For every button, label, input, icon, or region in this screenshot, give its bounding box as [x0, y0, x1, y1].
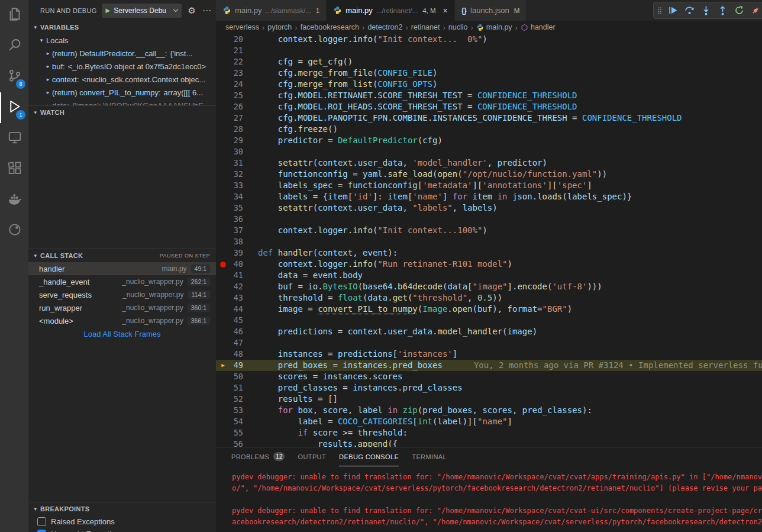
more-actions-icon[interactable]: ⋯	[202, 6, 211, 15]
code-line-42[interactable]: 42 buf = io.BytesIO(base64.b64decode(dat…	[216, 281, 762, 292]
code-line-30[interactable]: 30	[216, 146, 762, 157]
code-line-44[interactable]: 44 image = convert_PIL_to_numpy(Image.op…	[216, 304, 762, 315]
variables-scope-locals[interactable]: ▾ Locals	[28, 34, 216, 47]
watch-header[interactable]: ▾ WATCH	[28, 106, 216, 119]
gutter-glyph-margin[interactable]: ▶	[216, 363, 230, 368]
breadcrumb-item-facebookresearch[interactable]: facebookresearch	[301, 23, 359, 31]
code-line-21[interactable]: 21	[216, 45, 762, 56]
code-line-26[interactable]: 26 cfg.MODEL.ROI_HEADS.SCORE_THRESH_TEST…	[216, 101, 762, 112]
panel-tab-debug-console[interactable]: DEBUG CONSOLE	[339, 447, 399, 466]
code-line-32[interactable]: 32 functionconfig = yaml.safe_load(open(…	[216, 169, 762, 180]
gear-icon[interactable]: ⚙	[188, 6, 196, 15]
code-line-49[interactable]: ▶49 pred_boxes = instances.pred_boxesYou…	[216, 360, 762, 371]
line-number[interactable]: 48	[230, 349, 243, 360]
load-all-stack-frames-link[interactable]: Load All Stack Frames	[28, 327, 216, 340]
line-number[interactable]: 45	[230, 315, 243, 326]
activity-item-search[interactable]	[0, 31, 28, 62]
line-number[interactable]: 53	[230, 405, 243, 416]
breadcrumb-item-nuclio[interactable]: nuclio	[448, 23, 468, 31]
variables-header[interactable]: ▾ VARIABLES	[28, 21, 216, 34]
variable-row[interactable]: ▸(return) DefaultPredictor.__call__:{'in…	[28, 47, 216, 60]
code-line-52[interactable]: 52 results = []	[216, 394, 762, 405]
activity-item-run-and-debug[interactable]: 1	[0, 92, 28, 123]
line-number[interactable]: 54	[230, 416, 243, 427]
stack-frame-row[interactable]: _handle_event_nuclio_wrapper.py262:1	[28, 275, 216, 288]
breadcrumb-item-serverless[interactable]: serverless	[225, 23, 259, 31]
editor-tab-launch.json[interactable]: {}launch.jsonM	[455, 0, 527, 21]
breadcrumb-item-handler[interactable]: handler	[521, 23, 556, 31]
code-line-29[interactable]: 29 predictor = DefaultPredictor(cfg)	[216, 135, 762, 146]
line-number[interactable]: 47	[230, 337, 243, 349]
step-into-button[interactable]	[700, 5, 712, 17]
line-number[interactable]: 41	[230, 270, 243, 281]
stack-frame-row[interactable]: <module>_nuclio_wrapper.py366:1	[28, 314, 216, 327]
code-line-35[interactable]: 35 setattr(context.user_data, "labels", …	[216, 202, 762, 214]
line-number[interactable]: 23	[230, 67, 243, 79]
code-line-27[interactable]: 27 cfg.MODEL.PANOPTIC_FPN.COMBINE.INSTAN…	[216, 112, 762, 124]
breakpoint-row[interactable]: Raised Exceptions	[28, 515, 216, 528]
code-line-40[interactable]: 40 context.logger.info("Run retinanet-R1…	[216, 259, 762, 270]
code-line-39[interactable]: 39def handler(context, event):	[216, 247, 762, 259]
line-number[interactable]: 28	[230, 124, 243, 135]
line-number[interactable]: 24	[230, 79, 243, 90]
code-line-25[interactable]: 25 cfg.MODEL.RETINANET.SCORE_THRESH_TEST…	[216, 90, 762, 101]
code-line-20[interactable]: 20 context.logger.info("Init context... …	[216, 34, 762, 45]
breakpoint-checkbox[interactable]	[37, 517, 46, 526]
variable-row[interactable]: ▸buf:<_io.BytesIO object at 0x7f5a2dc1ec…	[28, 60, 216, 73]
code-line-31[interactable]: 31 setattr(context.user_data, 'model_han…	[216, 157, 762, 169]
line-number[interactable]: 34	[230, 191, 243, 202]
variable-row[interactable]: ▸(return) convert_PIL_to_numpy:array([[[…	[28, 86, 216, 99]
line-number[interactable]: 31	[230, 157, 243, 169]
code-editor[interactable]: 20 context.logger.info("Init context... …	[216, 34, 762, 447]
code-line-48[interactable]: 48 instances = predictions['instances']	[216, 349, 762, 360]
breakpoint-row[interactable]: ✓Uncaught Exceptions	[28, 528, 216, 532]
line-number[interactable]: 35	[230, 202, 243, 214]
code-line-54[interactable]: 54 label = COCO_CATEGORIES[int(label)]["…	[216, 416, 762, 427]
code-line-38[interactable]: 38	[216, 236, 762, 247]
line-number[interactable]: 56	[230, 439, 243, 447]
code-line-23[interactable]: 23 cfg.merge_from_file(CONFIG_FILE)	[216, 67, 762, 79]
stack-frame-row[interactable]: run_wrapper_nuclio_wrapper.py360:1	[28, 301, 216, 314]
line-number[interactable]: 51	[230, 382, 243, 394]
panel-tab-problems[interactable]: PROBLEMS12	[231, 447, 285, 466]
line-number[interactable]: 40	[230, 259, 243, 270]
activity-item-extensions[interactable]	[0, 154, 28, 185]
activity-item-source-control[interactable]: 8	[0, 62, 28, 92]
line-number[interactable]: 37	[230, 225, 243, 236]
line-number[interactable]: 27	[230, 112, 243, 124]
call-stack-header[interactable]: ▾ CALL STACK PAUSED ON STEP	[28, 249, 216, 262]
line-number[interactable]: 42	[230, 281, 243, 292]
code-line-46[interactable]: 46 predictions = context.user_data.model…	[216, 326, 762, 337]
close-icon[interactable]: ×	[443, 6, 448, 15]
line-number[interactable]: 43	[230, 292, 243, 304]
start-debugging-icon[interactable]: ▶	[106, 8, 111, 14]
editor-tab-main.py[interactable]: main.py.../retinanet/...4, M×	[327, 0, 454, 21]
continue-button[interactable]	[667, 5, 679, 17]
line-number[interactable]: 38	[230, 236, 243, 247]
breakpoint-checkbox[interactable]: ✓	[37, 530, 46, 532]
breadcrumb-item-main.py[interactable]: main.py	[476, 23, 512, 31]
line-number[interactable]: 50	[230, 371, 243, 382]
breadcrumb-item-pytorch[interactable]: pytorch	[267, 23, 292, 31]
code-line-51[interactable]: 51 pred_classes = instances.pred_classes	[216, 382, 762, 394]
disconnect-button[interactable]	[750, 5, 761, 17]
activity-item-explorer[interactable]	[0, 0, 28, 31]
line-number[interactable]: 20	[230, 34, 243, 45]
breadcrumb-item-detectron2[interactable]: detectron2	[367, 23, 402, 31]
line-number[interactable]: 30	[230, 146, 243, 157]
code-line-33[interactable]: 33 labels_spec = functionconfig['metadat…	[216, 180, 762, 191]
code-line-47[interactable]: 47	[216, 337, 762, 349]
line-number[interactable]: 52	[230, 394, 243, 405]
breakpoints-header[interactable]: ▾ BREAKPOINTS	[28, 502, 216, 515]
activity-item-remote-explorer[interactable]	[0, 123, 28, 154]
activity-item-nuclio[interactable]	[0, 215, 28, 246]
variable-row[interactable]: ▸context:<nuclio_sdk.context.Context obj…	[28, 73, 216, 86]
editor-tab-main.py[interactable]: main.py.../siammask/...1	[216, 0, 327, 21]
line-number[interactable]: 32	[230, 169, 243, 180]
code-line-22[interactable]: 22 cfg = get_cfg()	[216, 56, 762, 67]
step-out-button[interactable]	[716, 5, 728, 17]
line-number[interactable]: 55	[230, 427, 243, 439]
stack-frame-row[interactable]: serve_requests_nuclio_wrapper.py114:1	[28, 288, 216, 301]
code-line-36[interactable]: 36	[216, 214, 762, 225]
panel-tab-terminal[interactable]: TERMINAL	[412, 447, 447, 466]
